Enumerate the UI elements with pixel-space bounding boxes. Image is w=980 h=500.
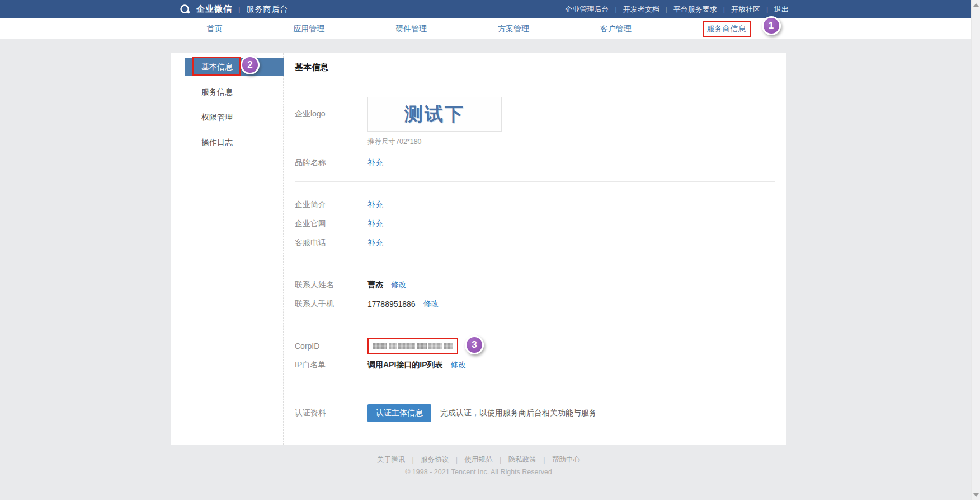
brand-title: 企业微信 [196, 4, 232, 15]
vertical-scrollbar[interactable] [971, 0, 980, 500]
annotation-red-box-1: 服务商信息 [703, 21, 751, 37]
portal-title: 服务商后台 [246, 4, 288, 15]
modify-link[interactable]: 修改 [423, 299, 439, 309]
contact-mobile-value: 17788951886 [368, 300, 416, 309]
modify-link[interactable]: 修改 [451, 360, 467, 370]
topbar-link-separator: | [666, 6, 667, 13]
topbar-link-separator: | [615, 6, 617, 13]
footer-link-usage-rules[interactable]: 使用规范 [465, 456, 493, 464]
supplement-link[interactable]: 补充 [368, 219, 383, 229]
field-label: 联系人姓名 [295, 280, 368, 290]
brand-separator: | [238, 5, 240, 13]
topbar-link-enterprise-admin[interactable]: 企业管理后台 [566, 4, 609, 15]
topbar: 企业微信 | 服务商后台 企业管理后台 | 开发者文档 | 平台服务要求 | 开… [0, 0, 971, 18]
field-row-company-site: 企业官网 补充 [295, 214, 775, 233]
divider [295, 82, 775, 82]
annotation-step-1-badge: 1 [762, 16, 781, 35]
contact-name-value: 曹杰 [368, 280, 383, 290]
logo-size-hint: 推荐尺寸702*180 [368, 137, 775, 147]
field-label: 品牌名称 [295, 158, 368, 168]
company-logo-text: 测试下 [404, 102, 465, 127]
tab-hardware-management[interactable]: 硬件管理 [395, 24, 427, 34]
page-title: 基本信息 [295, 62, 775, 73]
footer: 关于腾讯 | 服务协议 | 使用规范 | 隐私政策 | 帮助中心 © 1998 … [171, 455, 786, 476]
supplement-link[interactable]: 补充 [368, 238, 383, 248]
field-row-certification: 认证资料 认证主体信息 完成认证，以使用服务商后台相关功能与服务 [295, 400, 775, 427]
corpid-masked-value: 3 [368, 338, 458, 354]
section-contact: 联系人姓名 曹杰 修改 联系人手机 17788951886 修改 [295, 264, 775, 324]
sidebar-item-operation-log[interactable]: 操作日志 [171, 133, 283, 151]
tab-label: 服务商信息 [707, 24, 746, 33]
content-card: 基本信息 2 服务信息 权限管理 操作日志 基本信息 企业logo 测试下 推荐… [171, 53, 786, 445]
annotation-step-2-badge: 2 [241, 55, 260, 74]
field-row-company-logo: 企业logo 测试下 [295, 97, 775, 132]
topbar-links: 企业管理后台 | 开发者文档 | 平台服务要求 | 开放社区 | 退出 [566, 4, 789, 15]
copyright-text: © 1998 - 2021 Tencent Inc. All Rights Re… [171, 468, 786, 476]
tab-app-management[interactable]: 应用管理 [293, 24, 324, 34]
section-company-details: 企业简介 补充 企业官网 补充 客服电话 补充 [295, 182, 775, 264]
field-label: 企业logo [295, 109, 368, 119]
tab-customer-management[interactable]: 客户管理 [600, 24, 632, 34]
field-row-contact-name: 联系人姓名 曹杰 修改 [295, 275, 775, 295]
field-label: 认证资料 [295, 408, 368, 418]
sidebar-item-label: 基本信息 [201, 62, 233, 71]
topbar-link-logout[interactable]: 退出 [774, 4, 789, 15]
field-row-contact-mobile: 联系人手机 17788951886 修改 [295, 295, 775, 314]
topbar-link-open-community[interactable]: 开放社区 [731, 4, 760, 15]
field-row-brand-name: 品牌名称 补充 [295, 153, 775, 172]
field-row-ip-whitelist: IP白名单 调用API接口的IP列表 修改 [295, 356, 775, 375]
tab-solution-management[interactable]: 方案管理 [498, 24, 529, 34]
company-logo-image[interactable]: 测试下 [368, 97, 502, 132]
topbar-brand-group: 企业微信 | 服务商后台 [179, 4, 288, 15]
topbar-link-developer-docs[interactable]: 开发者文档 [623, 4, 659, 15]
field-label: IP白名单 [295, 360, 368, 370]
field-label: 企业简介 [295, 200, 368, 210]
sidebar-item-permission-management[interactable]: 权限管理 [171, 108, 283, 126]
footer-link-help-center[interactable]: 帮助中心 [552, 456, 580, 464]
sidebar-menu: 基本信息 2 服务信息 权限管理 操作日志 [171, 53, 284, 445]
footer-link-privacy-policy[interactable]: 隐私政策 [508, 456, 536, 464]
section-corp: CorpID 3 IP白名单 调用API接口的IP列表 修改 [295, 324, 775, 387]
supplement-link[interactable]: 补充 [368, 200, 383, 210]
footer-separator: | [456, 456, 458, 464]
main-navbar: 首页 应用管理 硬件管理 方案管理 客户管理 服务商信息 1 [0, 18, 971, 39]
field-label: 企业官网 [295, 219, 368, 229]
footer-separator: | [543, 456, 545, 464]
footer-links: 关于腾讯 | 服务协议 | 使用规范 | 隐私政策 | 帮助中心 [171, 455, 786, 465]
certify-subject-info-button[interactable]: 认证主体信息 [368, 404, 431, 422]
ip-whitelist-value: 调用API接口的IP列表 [368, 360, 443, 370]
section-certification: 认证资料 认证主体信息 完成认证，以使用服务商后台相关功能与服务 [295, 387, 775, 438]
field-row-company-intro: 企业简介 补充 [295, 195, 775, 214]
scroll-up-arrow-icon[interactable] [973, 3, 979, 7]
nav-items: 首页 应用管理 硬件管理 方案管理 客户管理 服务商信息 1 [171, 18, 786, 39]
sidebar-item-basic-info[interactable]: 基本信息 2 [185, 58, 284, 76]
certification-description: 完成认证，以使用服务商后台相关功能与服务 [440, 408, 597, 418]
scroll-down-arrow-icon[interactable] [973, 493, 979, 497]
field-label: CorpID [295, 342, 368, 351]
footer-link-service-agreement[interactable]: 服务协议 [421, 456, 449, 464]
tab-home[interactable]: 首页 [206, 24, 222, 34]
field-row-service-phone: 客服电话 补充 [295, 233, 775, 253]
footer-link-about-tencent[interactable]: 关于腾讯 [377, 456, 405, 464]
basic-info-panel: 基本信息 企业logo 测试下 推荐尺寸702*180 品牌名称 补充 企业简介 [284, 53, 786, 445]
topbar-link-separator: | [723, 6, 725, 13]
tab-service-provider-info[interactable]: 服务商信息 1 [703, 21, 751, 37]
section-logo: 企业logo 测试下 推荐尺寸702*180 品牌名称 补充 [295, 97, 775, 181]
wechat-work-logo-icon [179, 4, 191, 15]
modify-link[interactable]: 修改 [391, 280, 407, 290]
footer-separator: | [412, 456, 414, 464]
field-label: 客服电话 [295, 238, 368, 248]
footer-separator: | [500, 456, 501, 464]
annotation-step-3-badge: 3 [465, 335, 484, 354]
divider [295, 438, 775, 438]
supplement-link[interactable]: 补充 [368, 158, 383, 168]
field-row-corpid: CorpID 3 [295, 337, 775, 356]
sidebar-item-service-info[interactable]: 服务信息 [171, 83, 283, 101]
topbar-link-separator: | [766, 6, 768, 13]
field-label: 联系人手机 [295, 299, 368, 309]
topbar-link-platform-requirements[interactable]: 平台服务要求 [673, 4, 717, 15]
